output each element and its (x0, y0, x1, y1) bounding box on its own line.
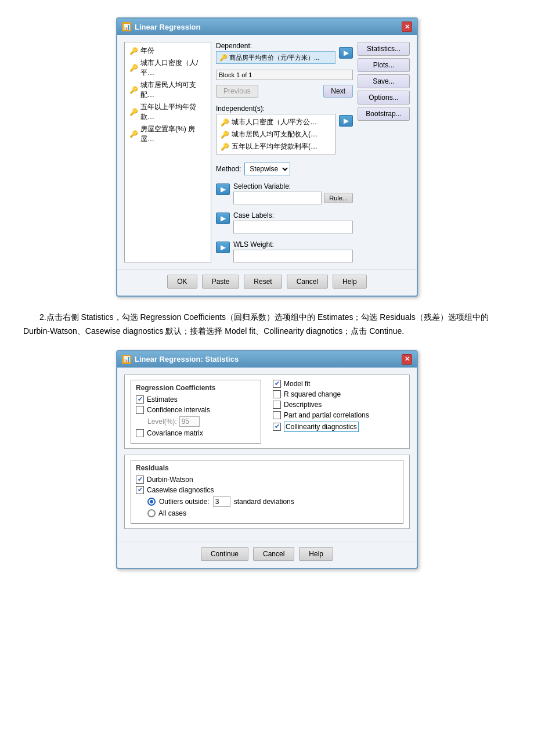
dependent-field[interactable]: 🔑 商品房平均售价（元/平方米）... (216, 51, 335, 64)
help-button[interactable]: Help (333, 275, 367, 289)
all-cases-row: All cases (147, 509, 398, 517)
var-icon: 🔑 (129, 130, 138, 138)
dialog2-title-left: 📊 Linear Regression: Statistics (122, 355, 239, 364)
level-input[interactable] (179, 416, 200, 427)
case-content: Case Labels: (233, 211, 353, 233)
next-button[interactable]: Next (323, 85, 353, 98)
regression-group-title: Regression Coefficients (136, 384, 256, 392)
confidence-checkbox[interactable] (136, 406, 144, 414)
descriptives-checkbox[interactable] (273, 401, 281, 409)
list-item[interactable]: 🔑 房屋空置率(%) 房屋… (127, 123, 208, 145)
ok-button[interactable]: OK (167, 275, 197, 289)
stats-right-col: ✔ Model fit R squared change Descriptive… (273, 380, 403, 444)
wls-content: WLS Weight: (233, 240, 353, 262)
variable-label: 五年以上平均年贷款… (140, 102, 206, 122)
outliers-input[interactable] (213, 496, 230, 507)
help-button2[interactable]: Help (299, 547, 333, 561)
wls-weight-group: ▶ WLS Weight: (216, 240, 353, 262)
dialog1-footer: OK Paste Reset Cancel Help (117, 269, 417, 296)
model-fit-label: Model fit (284, 380, 310, 388)
dependent-label: Dependent: (216, 42, 335, 50)
dialog2-close-button[interactable]: ✕ (402, 354, 412, 365)
wls-field[interactable] (233, 250, 353, 262)
level-row: Level(%): (147, 416, 256, 427)
collinearity-label: Collinearity diagnostics (284, 422, 359, 432)
all-cases-label: All cases (158, 509, 186, 517)
statistics-button[interactable]: Statistics... (358, 42, 410, 56)
wls-label: WLS Weight: (233, 240, 353, 249)
continue-button[interactable]: Continue (201, 547, 248, 561)
dialog1-right-buttons: Statistics... Plots... Save... Options..… (358, 42, 410, 262)
variable-label: 年份 (140, 46, 154, 56)
dialog1-icon: 📊 (122, 22, 131, 31)
wls-arrow-button[interactable]: ▶ (216, 242, 230, 253)
r-squared-checkbox[interactable] (273, 390, 281, 398)
stats-left-col: Regression Coefficients ✔ Estimates Conf… (131, 380, 261, 444)
regression-coefficients-group: Regression Coefficients ✔ Estimates Conf… (124, 375, 410, 449)
var-icon: 🔑 (129, 64, 138, 72)
dialog1-titlebar: 📊 Linear Regression ✕ (117, 19, 417, 35)
dialog1-title-left: 📊 Linear Regression (122, 22, 200, 31)
part-corr-row: Part and partial correlations (273, 411, 403, 419)
description-paragraph: 2.点击右侧 Statistics，勾选 Regression Coeffici… (23, 311, 511, 339)
var-icon: 🔑 (221, 143, 229, 151)
confidence-row: Confidence intervals (136, 406, 256, 414)
model-fit-checkbox[interactable]: ✔ (273, 380, 281, 388)
independent-box[interactable]: 🔑 城市人口密度（人/平方公… 🔑 城市居民人均可支配收入(… 🔑 五年以上平均… (216, 114, 335, 154)
bootstrap-button[interactable]: Bootstrap... (358, 107, 410, 121)
dependent-arrow-button[interactable]: ▶ (339, 47, 353, 59)
case-field[interactable] (233, 221, 353, 233)
save-button[interactable]: Save... (358, 74, 410, 88)
selection-field[interactable] (233, 192, 322, 204)
case-arrow-button[interactable]: ▶ (216, 213, 230, 224)
reset-button[interactable]: Reset (244, 275, 282, 289)
method-select[interactable]: Stepwise (244, 163, 290, 175)
list-item[interactable]: 🔑 城市居民人均可支配… (127, 79, 208, 101)
dialog2-footer: Continue Cancel Help (117, 542, 417, 568)
independent-arrow-button[interactable]: ▶ (339, 115, 353, 127)
list-item[interactable]: 🔑 城市人口密度（人/平… (127, 57, 208, 79)
cancel-button[interactable]: Cancel (287, 275, 328, 289)
list-item[interactable]: 🔑 年份 (127, 45, 208, 57)
covariance-checkbox[interactable] (136, 429, 144, 437)
cancel-button2[interactable]: Cancel (253, 547, 294, 561)
outliers-radio[interactable] (147, 498, 156, 506)
casewise-row: ✔ Casewise diagnostics (136, 486, 398, 494)
ind-var-1: 城市人口密度（人/平方公… (232, 117, 317, 127)
ind-var-2: 城市居民人均可支配收入(… (232, 129, 317, 139)
estimates-checkbox[interactable]: ✔ (136, 395, 144, 404)
paste-button[interactable]: Paste (202, 275, 240, 289)
durbin-checkbox[interactable]: ✔ (136, 476, 144, 484)
descriptives-row: Descriptives (273, 401, 403, 409)
dialog1-center-panel: Dependent: 🔑 商品房平均售价（元/平方米）... ▶ Block 1… (216, 42, 353, 262)
var-icon: 🔑 (221, 131, 229, 139)
outliers-label: Outliers outside: (159, 498, 210, 506)
variable-label: 房屋空置率(%) 房屋… (140, 124, 206, 144)
r-squared-label: R squared change (284, 390, 341, 398)
dialog1-close-button[interactable]: ✕ (402, 21, 412, 32)
casewise-checkbox[interactable]: ✔ (136, 486, 144, 494)
level-label: Level(%): (147, 417, 177, 426)
selection-arrow-button[interactable]: ▶ (216, 183, 230, 195)
selection-variable-group: ▶ Selection Variable: Rule... (216, 182, 353, 204)
rule-button[interactable]: Rule... (324, 193, 353, 203)
dialog2-titlebar: 📊 Linear Regression: Statistics ✕ (117, 351, 417, 368)
covariance-row: Covariance matrix (136, 429, 256, 437)
list-item[interactable]: 🔑 五年以上平均年贷款… (127, 101, 208, 123)
std-dev-label: standard deviations (234, 498, 294, 506)
plots-button[interactable]: Plots... (358, 58, 410, 72)
list-item: 🔑 城市人口密度（人/平方公… (218, 116, 333, 128)
durbin-row: ✔ Durbin-Watson (136, 476, 398, 484)
collinearity-checkbox[interactable]: ✔ (273, 423, 281, 431)
options-button[interactable]: Options... (358, 91, 410, 105)
part-corr-checkbox[interactable] (273, 411, 281, 419)
casewise-label: Casewise diagnostics (147, 486, 214, 494)
residuals-group-title: Residuals (136, 464, 398, 472)
all-cases-radio[interactable] (147, 509, 156, 517)
block-nav: Previous Next (216, 85, 353, 98)
independent-label: Independent(s): (216, 105, 335, 113)
confidence-label: Confidence intervals (147, 406, 210, 414)
previous-button[interactable]: Previous (216, 85, 258, 98)
statistics-dialog: 📊 Linear Regression: Statistics ✕ Regres… (116, 350, 418, 569)
estimates-row: ✔ Estimates (136, 395, 256, 404)
